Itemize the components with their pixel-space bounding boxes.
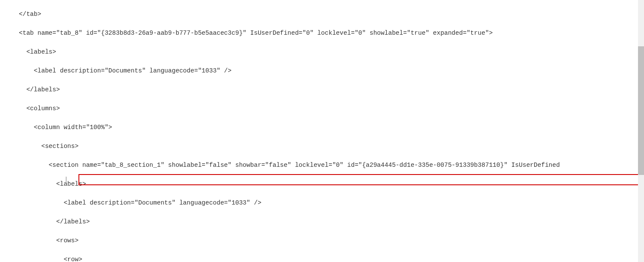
code-line: <sections> xyxy=(0,142,644,151)
code-line: </labels> xyxy=(0,217,644,226)
code-line: </labels> xyxy=(0,85,644,94)
code-line: <label description="Documents" languagec… xyxy=(0,198,644,208)
code-line: <label description="Documents" languagec… xyxy=(0,66,644,75)
code-line: <columns> xyxy=(0,104,644,113)
text-cursor: | xyxy=(64,175,68,184)
code-line: <column width="100%"> xyxy=(0,123,644,132)
code-line: </tab> xyxy=(0,9,644,19)
scrollbar-thumb[interactable] xyxy=(638,46,644,175)
vertical-scrollbar[interactable] xyxy=(638,0,644,262)
code-line: <row> xyxy=(0,255,644,262)
xml-code-block: </tab> <tab name="tab_8" id="{3283b8d3-2… xyxy=(0,0,644,262)
code-line: <section name="tab_8_section_1" showlabe… xyxy=(0,160,644,170)
code-line: <rows> xyxy=(0,236,644,245)
code-line: <tab name="tab_8" id="{3283b8d3-26a9-aab… xyxy=(0,28,644,38)
code-line: <labels> xyxy=(0,47,644,57)
code-line: <labels> xyxy=(0,179,644,189)
